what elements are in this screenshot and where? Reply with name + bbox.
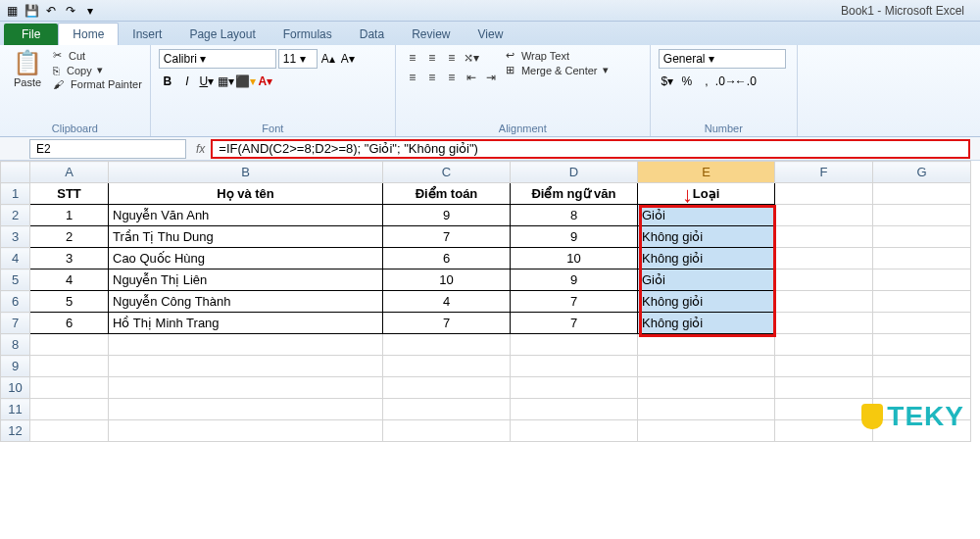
row-header-6[interactable]: 6 xyxy=(1,291,30,313)
comma-icon[interactable]: , xyxy=(698,73,715,90)
cell-A1[interactable]: STT xyxy=(30,183,109,205)
cell-F4[interactable] xyxy=(775,248,873,270)
paste-button[interactable]: 📋Paste xyxy=(8,49,47,88)
cell-D5[interactable]: 9 xyxy=(511,270,638,291)
col-header-D[interactable]: D xyxy=(511,162,638,183)
cell-F3[interactable] xyxy=(775,226,873,248)
cell-D6[interactable]: 7 xyxy=(511,291,638,313)
cell-B3[interactable]: Trần Tị Thu Dung xyxy=(109,226,383,248)
format-painter-button[interactable]: 🖌 Format Painter xyxy=(53,78,142,90)
cell-D3[interactable]: 9 xyxy=(511,226,638,248)
percent-icon[interactable]: % xyxy=(678,73,696,90)
cell-A6[interactable]: 5 xyxy=(30,291,109,313)
cell-A7[interactable]: 6 xyxy=(30,313,109,334)
indent-inc-icon[interactable]: ⇥ xyxy=(482,69,500,86)
row-header-4[interactable]: 4 xyxy=(1,248,30,270)
cell-C6[interactable]: 4 xyxy=(383,291,511,313)
cell-G1[interactable] xyxy=(873,183,971,205)
save-icon[interactable]: 💾 xyxy=(24,3,39,19)
cell-E5[interactable]: Giỏi xyxy=(638,270,775,291)
cell-F5[interactable] xyxy=(775,270,873,291)
row-header-1[interactable]: 1 xyxy=(1,183,30,205)
cell-E3[interactable]: Không giỏi xyxy=(638,226,775,248)
redo-icon[interactable]: ↷ xyxy=(63,3,78,19)
cell-B6[interactable]: Nguyễn Công Thành xyxy=(109,291,383,313)
cell-C5[interactable]: 10 xyxy=(383,270,511,291)
align-left-icon[interactable]: ≡ xyxy=(404,69,421,86)
cell-C3[interactable]: 7 xyxy=(383,226,511,248)
row-header-3[interactable]: 3 xyxy=(1,226,30,248)
row-header-12[interactable]: 12 xyxy=(1,420,30,442)
cell-C7[interactable]: 7 xyxy=(383,313,511,334)
cell-G2[interactable] xyxy=(873,205,971,226)
cell-E7[interactable]: Không giỏi xyxy=(638,313,775,334)
col-header-G[interactable]: G xyxy=(873,162,971,183)
cell-G6[interactable] xyxy=(873,291,971,313)
select-all-corner[interactable] xyxy=(1,162,30,183)
indent-dec-icon[interactable]: ⇤ xyxy=(463,69,480,86)
undo-icon[interactable]: ↶ xyxy=(43,3,59,19)
cut-button[interactable]: ✂ Cut xyxy=(53,49,142,62)
align-right-icon[interactable]: ≡ xyxy=(443,69,461,86)
number-format-combo[interactable]: General ▾ xyxy=(659,49,786,69)
cell-F6[interactable] xyxy=(775,291,873,313)
cell-E1[interactable]: Loại xyxy=(638,183,775,205)
cell-B4[interactable]: Cao Quốc Hùng xyxy=(109,248,383,270)
sheet-table[interactable]: A B C D E F G 1 STT Họ và tên Điểm toán … xyxy=(0,161,971,442)
cell-C2[interactable]: 9 xyxy=(383,205,511,226)
row-header-5[interactable]: 5 xyxy=(1,270,30,291)
tab-formulas[interactable]: Formulas xyxy=(270,24,346,45)
cell-G5[interactable] xyxy=(873,270,971,291)
row-header-8[interactable]: 8 xyxy=(1,334,30,356)
cell-F2[interactable] xyxy=(775,205,873,226)
row-header-11[interactable]: 11 xyxy=(1,399,30,420)
copy-button[interactable]: ⎘ Copy ▾ xyxy=(53,64,142,76)
bold-button[interactable]: B xyxy=(159,73,176,90)
cell-D2[interactable]: 8 xyxy=(511,205,638,226)
formula-bar[interactable]: =IF(AND(C2>=8;D2>=8); "Giỏi"; "Không giỏ… xyxy=(211,139,970,159)
tab-review[interactable]: Review xyxy=(398,24,464,45)
cell-C1[interactable]: Điểm toán xyxy=(383,183,511,205)
align-top-icon[interactable]: ≡ xyxy=(404,49,421,67)
cell-F1[interactable] xyxy=(775,183,873,205)
cell-D4[interactable]: 10 xyxy=(511,248,638,270)
cell-B2[interactable]: Nguyễn Văn Anh xyxy=(109,205,383,226)
merge-center-button[interactable]: ⊞ Merge & Center ▾ xyxy=(506,64,609,76)
row-header-10[interactable]: 10 xyxy=(1,377,30,399)
currency-icon[interactable]: $▾ xyxy=(659,73,676,90)
cell-D7[interactable]: 7 xyxy=(511,313,638,334)
col-header-C[interactable]: C xyxy=(383,162,511,183)
cell-C4[interactable]: 6 xyxy=(383,248,511,270)
cell-B7[interactable]: Hồ Thị Minh Trang xyxy=(109,313,383,334)
tab-view[interactable]: View xyxy=(465,24,517,45)
cell-B5[interactable]: Nguyễn Thị Liên xyxy=(109,270,383,291)
tab-data[interactable]: Data xyxy=(346,24,398,45)
cell-E4[interactable]: Không giỏi xyxy=(638,248,775,270)
underline-button[interactable]: U▾ xyxy=(198,73,216,90)
cell-E6[interactable]: Không giỏi xyxy=(638,291,775,313)
qat-dropdown-icon[interactable]: ▾ xyxy=(82,3,98,19)
shrink-font-icon[interactable]: A▾ xyxy=(339,50,357,68)
tab-home[interactable]: Home xyxy=(58,23,119,45)
font-size-combo[interactable]: 11 ▾ xyxy=(278,49,318,69)
align-middle-icon[interactable]: ≡ xyxy=(423,49,441,67)
cell-G7[interactable] xyxy=(873,313,971,334)
wrap-text-button[interactable]: ↩ Wrap Text xyxy=(506,49,609,62)
cell-A5[interactable]: 4 xyxy=(30,270,109,291)
font-color-button[interactable]: A▾ xyxy=(257,73,274,90)
col-header-E[interactable]: E xyxy=(638,162,775,183)
align-bottom-icon[interactable]: ≡ xyxy=(443,49,461,67)
tab-page-layout[interactable]: Page Layout xyxy=(175,24,269,45)
row-header-7[interactable]: 7 xyxy=(1,313,30,334)
tab-file[interactable]: File xyxy=(4,24,58,45)
cell-B1[interactable]: Họ và tên xyxy=(109,183,383,205)
col-header-A[interactable]: A xyxy=(30,162,109,183)
grow-font-icon[interactable]: A▴ xyxy=(319,50,337,68)
align-center-icon[interactable]: ≡ xyxy=(423,69,441,86)
cell-G3[interactable] xyxy=(873,226,971,248)
fx-icon[interactable]: fx xyxy=(196,142,205,156)
cell-E2[interactable]: Giỏi xyxy=(638,205,775,226)
orientation-icon[interactable]: ⤭▾ xyxy=(463,49,480,67)
italic-button[interactable]: I xyxy=(178,73,196,90)
cell-A3[interactable]: 2 xyxy=(30,226,109,248)
